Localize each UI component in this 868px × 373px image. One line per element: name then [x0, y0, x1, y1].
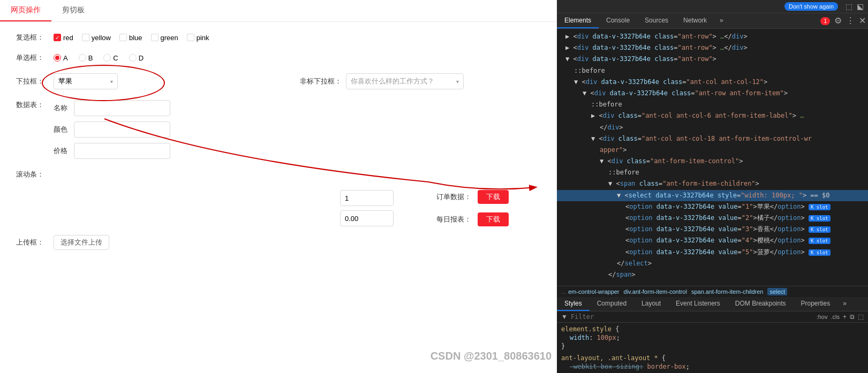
- checkbox-blue[interactable]: blue: [119, 34, 142, 42]
- css-rule-width: width: 100px;: [561, 333, 864, 342]
- more-icon[interactable]: ⋮: [844, 13, 857, 28]
- css-rule-close-1: }: [561, 342, 864, 351]
- number-input-1[interactable]: [340, 190, 394, 206]
- radio-b-label: B: [88, 54, 93, 62]
- radio-d[interactable]: D: [129, 54, 144, 62]
- filter-input[interactable]: [571, 313, 813, 321]
- devtools-tab-network[interactable]: Network: [676, 13, 714, 28]
- upload-button[interactable]: 选择文件上传: [54, 235, 109, 250]
- notification-badge: 1: [820, 17, 830, 25]
- download-order-label: 订单数据：: [436, 192, 471, 202]
- dom-line: </div>: [557, 122, 868, 133]
- devtools-icons: ⬚ ⬕: [846, 2, 864, 11]
- dom-line-highlighted[interactable]: ▼ <select data-v-3327b64e style="width: …: [557, 190, 868, 201]
- number-input-2[interactable]: [340, 210, 394, 226]
- download-order-button[interactable]: 下载: [478, 190, 509, 204]
- styles-tab-layout[interactable]: Layout: [634, 297, 668, 311]
- checkbox-green[interactable]: green: [151, 34, 178, 42]
- devtools-tab-sources[interactable]: Sources: [637, 13, 676, 28]
- breadcrumb-item-1[interactable]: em-control-wrapper: [568, 288, 619, 295]
- field-name-input[interactable]: [74, 100, 170, 116]
- hov-button[interactable]: :hov: [817, 314, 828, 320]
- radio-b-circle[interactable]: [79, 54, 86, 62]
- radio-a[interactable]: A: [54, 54, 68, 62]
- field-color-input[interactable]: [74, 121, 170, 138]
- radio-c-label: C: [113, 54, 118, 62]
- styles-tab-event-listeners[interactable]: Event Listeners: [668, 297, 728, 311]
- checkbox-pink[interactable]: pink: [187, 34, 209, 42]
- filter-actions: :hov .cls + ⧉ ⬚: [817, 313, 864, 321]
- breadcrumb-item-2[interactable]: div.ant-form-item-control: [624, 288, 687, 295]
- styles-tab-properties[interactable]: Properties: [794, 297, 838, 311]
- download-daily-button[interactable]: 下载: [478, 212, 509, 226]
- toggle-icon[interactable]: ⬚: [858, 313, 864, 321]
- dropdown-wrapper: 苹果 ▾ 苹果 橘子 香蕉 樱桃 菠萝: [54, 73, 118, 89]
- tab-clipboard[interactable]: 剪切板: [51, 0, 95, 21]
- watermark: CSDN @2301_80863610: [431, 350, 552, 362]
- table-form-row: 数据表： 名称 颜色 价格: [16, 100, 541, 159]
- checkbox-green-label: green: [161, 34, 178, 42]
- download-row-1: 订单数据： 下载: [436, 190, 509, 204]
- breadcrumb-item-active[interactable]: select: [767, 288, 787, 295]
- checkbox-blue-label: blue: [129, 34, 142, 42]
- styles-tab-dom-breakpoints[interactable]: DOM Breakpoints: [728, 297, 794, 311]
- css-rule-ant-layout: ant-layout, .ant-layout * {: [561, 354, 864, 362]
- download-section: 订单数据： 下载 每日报表： 下载: [436, 190, 541, 226]
- checkbox-group: red yellow blue green pink: [54, 34, 209, 42]
- dom-line: ::before: [557, 99, 868, 110]
- dont-show-button[interactable]: Don't show again: [784, 2, 838, 11]
- checkbox-pink-box[interactable]: [187, 34, 194, 41]
- non-std-dropdown[interactable]: 你喜欢什么样的工作方式？ ▾: [346, 73, 464, 89]
- checkbox-yellow-box[interactable]: [82, 34, 89, 41]
- settings-icon[interactable]: ⚙: [832, 13, 844, 28]
- checkbox-pink-label: pink: [197, 34, 209, 42]
- css-rules: element.style { width: 100px; } ant-layo…: [557, 323, 868, 373]
- styles-tab-more[interactable]: »: [837, 297, 852, 311]
- dropdown-select[interactable]: 苹果 ▾ 苹果 橘子 香蕉 樱桃 菠萝: [54, 73, 118, 89]
- radio-c[interactable]: C: [103, 54, 118, 62]
- download-daily-label: 每日报表：: [436, 215, 471, 224]
- add-rule-button[interactable]: +: [843, 313, 847, 321]
- css-rule-element: element.style {: [561, 325, 864, 333]
- breadcrumb-item-3[interactable]: span.ant-form-item-children: [691, 288, 764, 295]
- devtools-topbar: Don't show again ⬚ ⬕: [557, 0, 868, 13]
- devtools-tab-console[interactable]: Console: [599, 13, 637, 28]
- devtools-tab-more[interactable]: »: [714, 13, 729, 28]
- devtools-tab-elements[interactable]: Elements: [557, 13, 599, 28]
- css-rule-webkit-box: -webkit-box-sizing: border-box;: [561, 362, 864, 371]
- close-icon[interactable]: ✕: [857, 13, 868, 28]
- dom-tree[interactable]: ▶ <div data-v-3327b64e class="ant-row"> …: [557, 29, 868, 286]
- dom-line: apper">: [557, 144, 868, 156]
- checkbox-yellow[interactable]: yellow: [82, 34, 111, 42]
- checkbox-blue-box[interactable]: [119, 34, 127, 41]
- dom-line: <option data-v-3327b64e value="1">苹果</op…: [557, 201, 868, 212]
- radio-b[interactable]: B: [79, 54, 93, 62]
- radio-c-circle[interactable]: [103, 54, 111, 62]
- device-icon[interactable]: ⬕: [857, 2, 864, 11]
- checkbox-red[interactable]: red: [54, 34, 73, 42]
- copy-icon[interactable]: ⧉: [850, 313, 855, 321]
- checkbox-red-box[interactable]: [54, 34, 61, 41]
- checkbox-row: 复选框： red yellow blue green: [16, 33, 541, 42]
- tab-webpage-ops[interactable]: 网页操作: [0, 0, 51, 21]
- non-std-placeholder: 你喜欢什么样的工作方式？: [351, 77, 434, 86]
- styles-tab-styles[interactable]: Styles: [557, 297, 590, 311]
- inspect-icon[interactable]: ⬚: [846, 2, 852, 11]
- styles-tab-computed[interactable]: Computed: [590, 297, 634, 311]
- radio-d-label: D: [139, 54, 144, 62]
- radio-a-circle[interactable]: [54, 54, 61, 62]
- cls-button[interactable]: .cls: [831, 314, 840, 320]
- checkbox-green-box[interactable]: [151, 34, 158, 41]
- dom-line: ▶ <div data-v-3327b64e class="ant-row"> …: [557, 42, 868, 54]
- dom-line: <option data-v-3327b64e value="5">菠萝</op…: [557, 247, 868, 258]
- dom-line: ▼ <div class="ant-form-item-control">: [557, 156, 868, 167]
- field-name-label: 名称: [54, 103, 70, 113]
- number-inputs-section: [340, 190, 394, 226]
- devtools-panel: Don't show again ⬚ ⬕ Elements Console So…: [557, 0, 868, 373]
- radio-d-circle[interactable]: [129, 54, 137, 62]
- upload-row: 上传框： 选择文件上传: [16, 235, 541, 250]
- field-color-row: 颜色: [54, 121, 170, 138]
- radio-group: A B C D: [54, 54, 144, 62]
- checkbox-red-label: red: [63, 34, 73, 42]
- field-price-input[interactable]: [74, 143, 170, 159]
